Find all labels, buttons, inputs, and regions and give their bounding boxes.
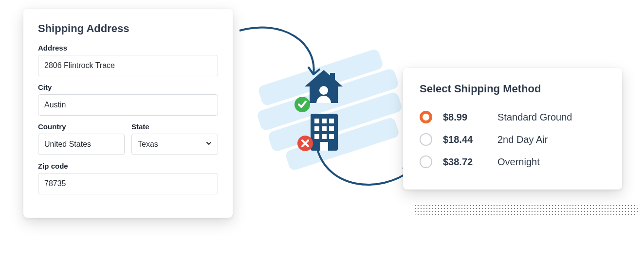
radio-unselected-icon[interactable] [420,155,432,168]
svg-rect-11 [314,126,319,131]
shipping-option-name: 2nd Day Air [497,134,548,145]
radio-selected-icon[interactable] [420,111,432,123]
shipping-method-title: Select Shipping Method [420,83,606,95]
shipping-option-price: $18.44 [443,134,487,145]
state-select[interactable] [131,134,218,155]
country-field-group: Country [38,122,125,155]
svg-point-5 [319,86,328,95]
svg-rect-12 [322,126,327,131]
shipping-option-name: Standard Ground [497,112,572,123]
country-input[interactable] [38,134,125,155]
shipping-option-price: $8.99 [443,112,487,123]
svg-rect-8 [314,119,319,123]
dotted-shadow-decoration [414,204,638,215]
city-input[interactable] [38,94,218,116]
svg-rect-4 [330,73,335,81]
state-label: State [131,122,218,131]
shipping-option-overnight[interactable]: $38.72 Overnight [420,151,606,173]
svg-rect-10 [329,119,334,123]
zip-field-group: Zip code [38,162,218,194]
zip-label: Zip code [38,162,218,170]
shipping-option-standard-ground[interactable]: $8.99 Standard Ground [420,106,606,128]
address-label: Address [38,44,218,52]
zip-input[interactable] [38,173,218,194]
address-input[interactable] [38,55,218,76]
svg-rect-13 [329,126,334,131]
city-label: City [38,83,218,91]
check-badge-icon [294,96,311,113]
country-label: Country [38,122,125,131]
city-field-group: City [38,83,218,116]
state-field-group: State [131,122,218,155]
shipping-method-card: Select Shipping Method $8.99 Standard Gr… [403,68,622,190]
shipping-address-card: Shipping Address Address City Country St… [23,9,233,218]
radio-unselected-icon[interactable] [420,133,432,146]
shipping-option-2nd-day-air[interactable]: $18.44 2nd Day Air [420,128,606,151]
shipping-option-name: Overnight [497,156,540,168]
shipping-option-price: $38.72 [443,156,487,168]
shipping-address-title: Shipping Address [38,22,218,35]
address-field-group: Address [38,44,218,76]
address-type-illustration [243,24,419,199]
svg-rect-9 [322,119,327,123]
